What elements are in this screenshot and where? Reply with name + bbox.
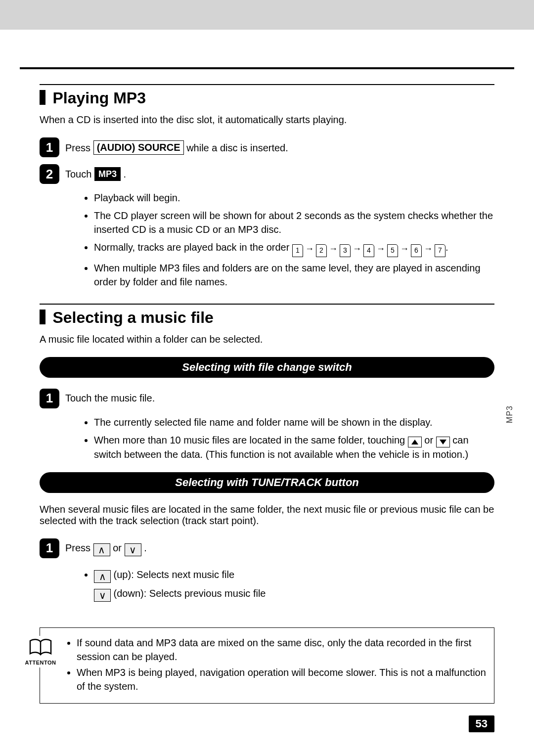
bullet-switch: When more than 10 music files are locate… xyxy=(94,433,494,461)
book-icon xyxy=(28,638,53,658)
step-2-prefix: Touch xyxy=(65,169,94,179)
track-box-icon: 3 xyxy=(340,244,351,257)
step-press-tune-body: Press ∧ or ∨ . xyxy=(65,538,147,557)
tune-down-item: ∨ (down): Selects previous music file xyxy=(94,584,494,603)
tune-list: ∧ (up): Selects next music file ∨ (down)… xyxy=(94,565,494,603)
subsection-pill-1: Selecting with file change switch xyxy=(40,357,494,378)
section-1-title-row: Playing MP3 xyxy=(40,89,494,107)
attention-icon-block: ATTENTON xyxy=(23,636,58,667)
step-number-badge: 1 xyxy=(40,137,59,157)
step-1-prefix: Press xyxy=(65,142,93,153)
header-gray-bar xyxy=(0,0,534,30)
step-number-badge: 2 xyxy=(40,164,59,184)
subsection-pill-2: Selecting with TUNE/TRACK button xyxy=(40,472,494,493)
bullet-switch-b: or xyxy=(424,435,436,445)
attention-content: If sound data and MP3 data are mixed on … xyxy=(68,636,486,695)
tune-down-icon: ∨ xyxy=(125,543,141,556)
section-2-intro-2: When several music files are located in … xyxy=(40,504,494,527)
step-press-tune: 1 Press ∧ or ∨ . xyxy=(40,538,494,558)
page-content: Playing MP3 When a CD is inserted into t… xyxy=(0,84,534,723)
tune-up-item: ∧ (up): Selects next music file xyxy=(94,565,494,584)
bullet-switch-a: When more than 10 music files are locate… xyxy=(94,435,408,445)
arrow-icon: → xyxy=(353,243,361,255)
step-2-suffix: . xyxy=(124,169,127,179)
attention-box: ATTENTON If sound data and MP3 data are … xyxy=(40,627,494,704)
section-rule xyxy=(40,84,494,85)
svg-marker-0 xyxy=(411,440,418,445)
bullet-item: When multiple MP3 files and folders are … xyxy=(94,261,494,289)
track-box-icon: 4 xyxy=(363,244,374,257)
title-bar-icon xyxy=(40,90,45,105)
page-number: 53 xyxy=(469,715,494,732)
press-mid: or xyxy=(113,542,124,553)
step-1-suffix: while a disc is inserted. xyxy=(186,142,288,153)
bullet-item: The CD player screen will be shown for a… xyxy=(94,209,494,236)
svg-marker-1 xyxy=(440,440,446,445)
arrow-icon: → xyxy=(305,243,314,255)
section-2-bullets-1: The currently selected file name and fol… xyxy=(94,415,494,461)
bullet-item: The currently selected file name and fol… xyxy=(94,415,494,429)
track-order-sequence: 1→2→3→4→5→6→7. xyxy=(292,242,448,253)
header-rule xyxy=(20,67,514,69)
tune-down-icon: ∨ xyxy=(94,589,111,602)
section-2-intro: A music file located within a folder can… xyxy=(40,334,494,345)
step-number-badge: 1 xyxy=(40,389,59,408)
title-bar-icon xyxy=(40,310,45,324)
bullet-order-prefix: Normally, tracks are played back in the … xyxy=(94,242,292,253)
tune-up-text: (up): Selects next music file xyxy=(114,569,235,580)
attention-label: ATTENTON xyxy=(23,660,58,666)
step-1-body: Press (AUDIO) SOURCE while a disc is ins… xyxy=(65,137,288,155)
track-box-icon: 5 xyxy=(387,244,398,257)
arrow-icon: → xyxy=(329,243,338,255)
tune-up-icon: ∧ xyxy=(93,543,110,556)
attention-item: When MP3 is being played, navigation ope… xyxy=(77,666,486,693)
press-suffix: . xyxy=(144,542,147,553)
tune-up-icon: ∧ xyxy=(94,570,111,583)
step-2: 2 Touch MP3 . xyxy=(40,164,494,184)
up-triangle-icon xyxy=(408,437,422,447)
section-rule xyxy=(40,304,494,305)
step-2-body: Touch MP3 . xyxy=(65,164,126,181)
tune-down-text: (down): Selects previous music file xyxy=(114,588,266,599)
section-2-title: Selecting a music file xyxy=(52,309,213,327)
track-box-icon: 1 xyxy=(292,244,303,257)
step-touch-file: 1 Touch the music file. xyxy=(40,389,494,408)
track-box-icon: 6 xyxy=(411,244,422,257)
step-number-badge: 1 xyxy=(40,538,59,558)
bullet-track-order: Normally, tracks are played back in the … xyxy=(94,240,494,257)
mp3-button: MP3 xyxy=(94,167,121,181)
side-tab: MP3 xyxy=(505,405,514,423)
press-prefix: Press xyxy=(65,542,93,553)
section-1-intro: When a CD is inserted into the disc slot… xyxy=(40,114,494,126)
audio-source-button: (AUDIO) SOURCE xyxy=(93,140,184,155)
section-1-title: Playing MP3 xyxy=(52,89,146,107)
down-triangle-icon xyxy=(436,437,450,447)
bullet-item: Playback will begin. xyxy=(94,191,494,205)
step-1: 1 Press (AUDIO) SOURCE while a disc is i… xyxy=(40,137,494,157)
track-box-icon: 7 xyxy=(435,244,445,257)
track-box-icon: 2 xyxy=(316,244,327,257)
arrow-icon: → xyxy=(400,243,409,255)
section-1-bullets: Playback will begin. The CD player scree… xyxy=(94,191,494,289)
step-touch-file-body: Touch the music file. xyxy=(65,389,155,405)
arrow-icon: → xyxy=(376,243,385,255)
arrow-icon: → xyxy=(424,243,433,255)
attention-item: If sound data and MP3 data are mixed on … xyxy=(77,636,486,664)
section-2-title-row: Selecting a music file xyxy=(40,309,494,327)
